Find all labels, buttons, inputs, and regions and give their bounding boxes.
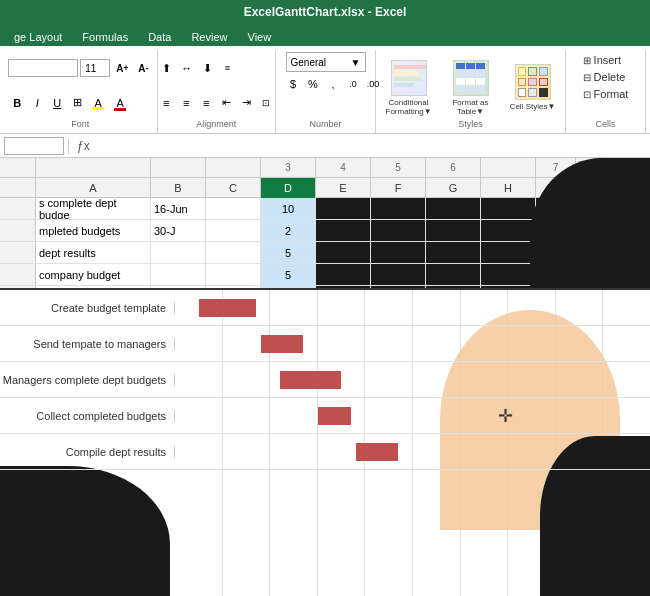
cell-a4[interactable]: company budget (36, 264, 151, 285)
tab-review[interactable]: Review (181, 28, 237, 46)
ribbon-group-font: A+ A- B I U ⊞ A A Font (4, 50, 158, 133)
number-format-box[interactable]: General ▼ (286, 52, 366, 72)
col-header-f[interactable]: F (371, 178, 426, 198)
cell-a1[interactable]: s complete dept budge (36, 198, 151, 219)
font-size-input[interactable] (80, 59, 110, 77)
cell-b2[interactable]: 30-J (151, 220, 206, 241)
fill-color-button[interactable]: A (88, 94, 108, 112)
cell-g4[interactable] (426, 264, 481, 285)
cell-f3[interactable] (371, 242, 426, 263)
format-label: Format (594, 88, 629, 100)
conditional-formatting-label: Conditional Formatting▼ (386, 98, 432, 116)
comma-button[interactable]: , (324, 75, 342, 93)
format-as-table-label: Format as Table▼ (448, 98, 494, 116)
col-header-e[interactable]: E (316, 178, 371, 198)
gantt-bar-area-1 (175, 290, 650, 325)
cell-e4[interactable] (316, 264, 371, 285)
cell-b4[interactable] (151, 264, 206, 285)
tab-data[interactable]: Data (138, 28, 181, 46)
cell-d3[interactable]: 5 (261, 242, 316, 263)
cell-c2[interactable] (206, 220, 261, 241)
col-header-c[interactable]: C (206, 178, 261, 198)
border-button[interactable]: ⊞ (68, 94, 86, 112)
tab-formulas[interactable]: Formulas (72, 28, 138, 46)
styles-controls: Conditional Formatting▼ Format as Table▼ (380, 52, 562, 119)
cell-b3[interactable] (151, 242, 206, 263)
ribbon-group-number: General ▼ $ % , .0 .00 Number (276, 50, 376, 133)
tab-view[interactable]: View (238, 28, 282, 46)
col-header-g[interactable]: G (426, 178, 481, 198)
row-num-1 (0, 198, 36, 219)
name-box[interactable] (4, 137, 64, 155)
insert-button[interactable]: ⊞ Insert (580, 52, 625, 68)
indent-decrease-button[interactable]: ⇤ (217, 94, 235, 112)
format-button[interactable]: ⊡ Format (580, 86, 632, 102)
cell-f1[interactable] (371, 198, 426, 219)
ribbon-group-styles: Conditional Formatting▼ Format as Table▼ (376, 50, 566, 133)
col-header-d[interactable]: D (261, 178, 316, 198)
decimal-increase-button[interactable]: .0 (344, 75, 362, 93)
cell-d1[interactable]: 10 (261, 198, 316, 219)
percent-button[interactable]: % (304, 75, 322, 93)
align-center-button[interactable]: ≡ (177, 94, 195, 112)
align-top-button[interactable]: ⬆ (157, 59, 175, 77)
tab-page-layout[interactable]: ge Layout (4, 28, 72, 46)
conditional-formatting-button[interactable]: Conditional Formatting▼ (380, 58, 438, 118)
font-color-button[interactable]: A (110, 94, 130, 112)
row-num-4 (0, 264, 36, 285)
gantt-bar-1 (199, 299, 256, 317)
cell-a3[interactable]: dept results (36, 242, 151, 263)
cell-c3[interactable] (206, 242, 261, 263)
cell-e2[interactable] (316, 220, 371, 241)
col-header-a[interactable]: A (36, 178, 151, 198)
col-header-h[interactable]: H (481, 178, 536, 198)
cell-e3[interactable] (316, 242, 371, 263)
function-icon: ƒx (73, 139, 94, 153)
cell-e1[interactable] (316, 198, 371, 219)
cell-b1[interactable]: 16-Jun (151, 198, 206, 219)
cell-h4[interactable] (481, 264, 536, 285)
delete-icon: ⊟ (583, 72, 591, 83)
align-left-button[interactable]: ≡ (157, 94, 175, 112)
currency-button[interactable]: $ (284, 75, 302, 93)
cell-c1[interactable] (206, 198, 261, 219)
ruler-c (206, 158, 261, 177)
align-right-button[interactable]: ≡ (197, 94, 215, 112)
cell-c4[interactable] (206, 264, 261, 285)
cell-g2[interactable] (426, 220, 481, 241)
gantt-row-5: Compile dept results (0, 434, 650, 470)
cell-d4[interactable]: 5 (261, 264, 316, 285)
gantt-label-5: Compile dept results (0, 446, 175, 458)
cell-h3[interactable] (481, 242, 536, 263)
ruler-e: 4 (316, 158, 371, 177)
font-grow-button[interactable]: A+ (112, 59, 132, 77)
cell-g3[interactable] (426, 242, 481, 263)
wrap-text-button[interactable]: ≡ (218, 59, 236, 77)
align-middle-button[interactable]: ↔ (177, 59, 196, 77)
formula-input[interactable] (98, 137, 646, 155)
bold-button[interactable]: B (8, 94, 26, 112)
col-header-b[interactable]: B (151, 178, 206, 198)
cell-f4[interactable] (371, 264, 426, 285)
indent-increase-button[interactable]: ⇥ (237, 94, 255, 112)
main-content: 3 4 5 6 7 A B C D E F G H I s complete d… (0, 158, 650, 596)
cell-d2[interactable]: 2 (261, 220, 316, 241)
gantt-row-3: Managers complete dept budgets (0, 362, 650, 398)
merge-button[interactable]: ⊡ (257, 94, 275, 112)
format-as-table-button[interactable]: Format as Table▼ (442, 58, 500, 118)
delete-button[interactable]: ⊟ Delete (580, 69, 629, 85)
gantt-row-2: Send tempate to managers (0, 326, 650, 362)
underline-button[interactable]: U (48, 94, 66, 112)
align-bottom-button[interactable]: ⬇ (198, 59, 216, 77)
cell-a2[interactable]: mpleted budgets (36, 220, 151, 241)
ribbon-group-cells: ⊞ Insert ⊟ Delete ⊡ Format Cells (566, 50, 646, 133)
cell-h1[interactable] (481, 198, 536, 219)
font-name-input[interactable] (8, 59, 78, 77)
align-row1: ⬆ ↔ ⬇ ≡ (157, 59, 275, 77)
cell-styles-button[interactable]: Cell Styles▼ (504, 62, 562, 113)
cell-h2[interactable] (481, 220, 536, 241)
font-shrink-button[interactable]: A- (134, 59, 152, 77)
cell-f2[interactable] (371, 220, 426, 241)
italic-button[interactable]: I (28, 94, 46, 112)
cell-g1[interactable] (426, 198, 481, 219)
